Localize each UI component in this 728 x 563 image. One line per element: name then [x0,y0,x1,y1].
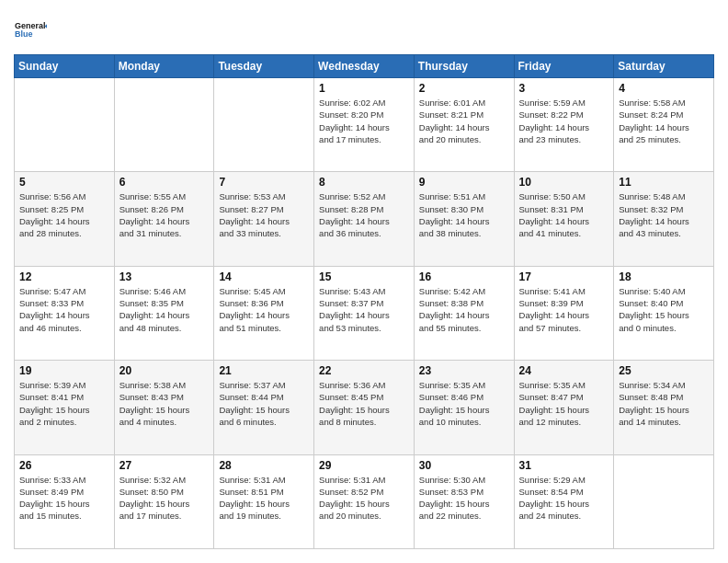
day-header-thursday: Thursday [414,55,514,78]
day-info: Sunrise: 5:35 AM Sunset: 8:46 PM Dayligh… [419,379,509,428]
day-cell: 4Sunrise: 5:58 AM Sunset: 8:24 PM Daylig… [614,78,714,172]
week-row-2: 5Sunrise: 5:56 AM Sunset: 8:25 PM Daylig… [15,172,714,266]
day-number: 24 [519,364,609,377]
svg-text:Blue: Blue [15,29,33,39]
day-header-wednesday: Wednesday [314,55,415,78]
day-info: Sunrise: 5:33 AM Sunset: 8:49 PM Dayligh… [19,474,109,523]
day-cell: 28Sunrise: 5:31 AM Sunset: 8:51 PM Dayli… [214,454,314,548]
day-number: 26 [19,459,109,472]
day-number: 5 [19,176,109,189]
day-info: Sunrise: 5:30 AM Sunset: 8:53 PM Dayligh… [419,474,509,523]
day-cell [614,454,714,548]
day-header-saturday: Saturday [614,55,714,78]
day-cell: 8Sunrise: 5:52 AM Sunset: 8:28 PM Daylig… [314,172,415,266]
week-row-3: 12Sunrise: 5:47 AM Sunset: 8:33 PM Dayli… [15,266,714,360]
day-number: 10 [519,176,609,189]
day-info: Sunrise: 5:43 AM Sunset: 8:37 PM Dayligh… [319,285,409,334]
day-cell: 17Sunrise: 5:41 AM Sunset: 8:39 PM Dayli… [514,266,614,360]
day-cell: 12Sunrise: 5:47 AM Sunset: 8:33 PM Dayli… [15,266,115,360]
day-cell: 19Sunrise: 5:39 AM Sunset: 8:41 PM Dayli… [15,361,115,454]
day-cell: 2Sunrise: 6:01 AM Sunset: 8:21 PM Daylig… [414,78,514,172]
day-header-friday: Friday [514,55,614,78]
week-row-4: 19Sunrise: 5:39 AM Sunset: 8:41 PM Dayli… [15,361,714,454]
day-info: Sunrise: 5:45 AM Sunset: 8:36 PM Dayligh… [219,285,309,334]
day-info: Sunrise: 5:38 AM Sunset: 8:43 PM Dayligh… [119,379,210,428]
week-row-1: 1Sunrise: 6:02 AM Sunset: 8:20 PM Daylig… [15,78,714,172]
day-info: Sunrise: 5:50 AM Sunset: 8:31 PM Dayligh… [519,190,609,239]
day-info: Sunrise: 5:48 AM Sunset: 8:32 PM Dayligh… [619,190,709,239]
day-number: 14 [219,270,309,283]
day-info: Sunrise: 5:52 AM Sunset: 8:28 PM Dayligh… [319,190,409,239]
day-header-monday: Monday [114,55,214,78]
day-number: 20 [119,364,210,377]
day-number: 31 [519,459,609,472]
day-info: Sunrise: 5:36 AM Sunset: 8:45 PM Dayligh… [319,379,409,428]
calendar: SundayMondayTuesdayWednesdayThursdayFrid… [14,54,714,549]
day-info: Sunrise: 5:29 AM Sunset: 8:54 PM Dayligh… [519,474,609,523]
day-cell [114,78,214,172]
day-number: 16 [419,270,509,283]
day-number: 28 [219,459,309,472]
svg-text:General: General [15,21,46,30]
day-cell: 7Sunrise: 5:53 AM Sunset: 8:27 PM Daylig… [214,172,314,266]
day-cell: 22Sunrise: 5:36 AM Sunset: 8:45 PM Dayli… [314,361,415,454]
day-info: Sunrise: 5:35 AM Sunset: 8:47 PM Dayligh… [519,379,609,428]
page: General Blue SundayMondayTuesdayWednesda… [0,0,728,563]
day-info: Sunrise: 5:53 AM Sunset: 8:27 PM Dayligh… [219,190,309,239]
day-number: 21 [219,364,309,377]
day-info: Sunrise: 5:42 AM Sunset: 8:38 PM Dayligh… [419,285,509,334]
day-number: 15 [319,270,409,283]
day-number: 19 [19,364,109,377]
day-cell: 10Sunrise: 5:50 AM Sunset: 8:31 PM Dayli… [514,172,614,266]
logo-svg: General Blue [14,14,47,47]
day-info: Sunrise: 5:31 AM Sunset: 8:52 PM Dayligh… [319,474,409,523]
day-cell: 5Sunrise: 5:56 AM Sunset: 8:25 PM Daylig… [15,172,115,266]
day-info: Sunrise: 5:47 AM Sunset: 8:33 PM Dayligh… [19,285,109,334]
day-info: Sunrise: 5:56 AM Sunset: 8:25 PM Dayligh… [19,190,109,239]
day-cell: 1Sunrise: 6:02 AM Sunset: 8:20 PM Daylig… [314,78,415,172]
day-cell: 18Sunrise: 5:40 AM Sunset: 8:40 PM Dayli… [614,266,714,360]
day-number: 13 [119,270,210,283]
day-cell: 14Sunrise: 5:45 AM Sunset: 8:36 PM Dayli… [214,266,314,360]
day-cell: 24Sunrise: 5:35 AM Sunset: 8:47 PM Dayli… [514,361,614,454]
day-number: 22 [319,364,409,377]
day-cell: 13Sunrise: 5:46 AM Sunset: 8:35 PM Dayli… [114,266,214,360]
day-number: 29 [319,459,409,472]
day-number: 11 [619,176,709,189]
day-info: Sunrise: 5:34 AM Sunset: 8:48 PM Dayligh… [619,379,709,428]
day-cell: 25Sunrise: 5:34 AM Sunset: 8:48 PM Dayli… [614,361,714,454]
day-info: Sunrise: 5:59 AM Sunset: 8:22 PM Dayligh… [519,97,609,145]
day-cell: 30Sunrise: 5:30 AM Sunset: 8:53 PM Dayli… [414,454,514,548]
day-cell [214,78,314,172]
day-number: 27 [119,459,210,472]
day-number: 25 [619,364,709,377]
day-info: Sunrise: 5:51 AM Sunset: 8:30 PM Dayligh… [419,190,509,239]
day-cell: 6Sunrise: 5:55 AM Sunset: 8:26 PM Daylig… [114,172,214,266]
day-number: 23 [419,364,509,377]
day-number: 4 [619,82,709,95]
day-info: Sunrise: 6:01 AM Sunset: 8:21 PM Dayligh… [419,97,509,145]
day-info: Sunrise: 5:58 AM Sunset: 8:24 PM Dayligh… [619,97,709,145]
day-number: 9 [419,176,509,189]
day-cell: 3Sunrise: 5:59 AM Sunset: 8:22 PM Daylig… [514,78,614,172]
day-cell: 9Sunrise: 5:51 AM Sunset: 8:30 PM Daylig… [414,172,514,266]
day-number: 17 [519,270,609,283]
day-number: 8 [319,176,409,189]
day-cell: 27Sunrise: 5:32 AM Sunset: 8:50 PM Dayli… [114,454,214,548]
day-info: Sunrise: 5:39 AM Sunset: 8:41 PM Dayligh… [19,379,109,428]
day-info: Sunrise: 5:31 AM Sunset: 8:51 PM Dayligh… [219,474,309,523]
day-number: 2 [419,82,509,95]
day-info: Sunrise: 5:41 AM Sunset: 8:39 PM Dayligh… [519,285,609,334]
day-number: 18 [619,270,709,283]
day-cell: 23Sunrise: 5:35 AM Sunset: 8:46 PM Dayli… [414,361,514,454]
day-cell: 26Sunrise: 5:33 AM Sunset: 8:49 PM Dayli… [15,454,115,548]
day-header-tuesday: Tuesday [214,55,314,78]
day-number: 12 [19,270,109,283]
header: General Blue [14,14,714,47]
day-info: Sunrise: 5:32 AM Sunset: 8:50 PM Dayligh… [119,474,210,523]
day-info: Sunrise: 6:02 AM Sunset: 8:20 PM Dayligh… [319,97,409,145]
day-cell: 11Sunrise: 5:48 AM Sunset: 8:32 PM Dayli… [614,172,714,266]
day-cell: 16Sunrise: 5:42 AM Sunset: 8:38 PM Dayli… [414,266,514,360]
day-number: 7 [219,176,309,189]
day-number: 3 [519,82,609,95]
